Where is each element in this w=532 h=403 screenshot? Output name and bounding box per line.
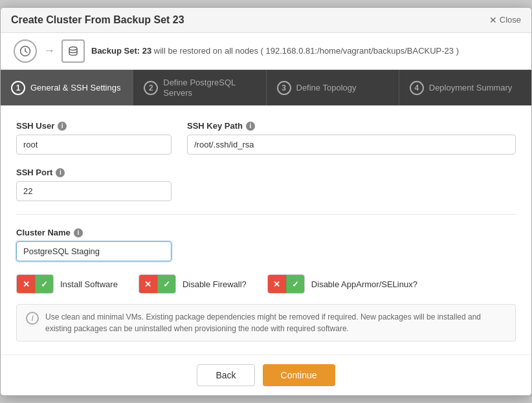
toggle-install-software: ✕ ✓ Install Software: [16, 274, 118, 294]
step-3[interactable]: 3 Define Topology: [267, 70, 399, 105]
ssh-port-info-icon[interactable]: i: [56, 168, 65, 177]
banner-path: ( 192.168.0.81:/home/vagrant/backups/BAC…: [261, 46, 459, 56]
ssh-key-path-group: SSH Key Path i: [187, 121, 516, 155]
disable-apparmor-check-btn[interactable]: ✓: [286, 275, 304, 293]
step-3-label: Define Topology: [296, 83, 357, 93]
step-1-label: General & SSH Settings: [30, 83, 120, 93]
svg-point-3: [69, 47, 77, 50]
step-4-label: Deployment Summary: [429, 83, 513, 93]
ssh-key-path-input[interactable]: [187, 135, 516, 155]
ssh-port-input[interactable]: [16, 181, 172, 201]
ssh-port-group: SSH Port i: [16, 168, 172, 201]
ssh-port-label: SSH Port i: [16, 168, 172, 177]
cluster-name-label: Cluster Name i: [16, 228, 172, 237]
disable-firewall-label: Disable Firewall?: [183, 279, 247, 289]
disable-apparmor-toggles: ✕ ✓: [267, 274, 305, 294]
step-4-num: 4: [410, 81, 424, 95]
ssh-user-group: SSH User i: [16, 121, 172, 155]
modal-container: Create Cluster From Backup Set 23 ✕ Clos…: [0, 7, 532, 396]
info-circle-icon: i: [26, 312, 39, 325]
database-icon: [61, 39, 85, 63]
install-software-label: Install Software: [60, 279, 118, 289]
install-software-x-btn[interactable]: ✕: [17, 275, 35, 293]
disable-firewall-x-btn[interactable]: ✕: [139, 275, 157, 293]
clock-icon: [14, 39, 37, 63]
toggle-disable-firewall: ✕ ✓ Disable Firewall?: [139, 274, 247, 294]
ssh-user-info-icon[interactable]: i: [58, 122, 67, 131]
cluster-name-info-icon[interactable]: i: [74, 228, 83, 237]
back-button[interactable]: Back: [197, 364, 254, 386]
ssh-user-input[interactable]: [16, 135, 172, 155]
cluster-name-row: Cluster Name i: [16, 228, 516, 261]
close-button[interactable]: ✕ Close: [489, 15, 521, 25]
svg-line-2: [25, 51, 27, 52]
install-software-toggles: ✕ ✓: [16, 274, 54, 294]
step-2-num: 2: [144, 81, 158, 95]
form-body: SSH User i SSH Key Path i SSH Port i: [1, 105, 531, 354]
ssh-key-path-label: SSH Key Path i: [187, 121, 516, 131]
banner-message: will be restored on all nodes: [151, 46, 258, 56]
close-label: Close: [500, 15, 521, 25]
install-software-check-btn[interactable]: ✓: [35, 275, 53, 293]
ssh-key-info-icon[interactable]: i: [246, 122, 255, 131]
info-box-text: Use clean and minimal VMs. Existing pack…: [45, 311, 506, 334]
ssh-port-row: SSH Port i: [16, 168, 516, 201]
continue-button[interactable]: Continue: [263, 364, 335, 386]
backup-label: Backup Set: 23: [91, 46, 151, 56]
step-2-label: Define PostgreSQL Servers: [163, 78, 255, 98]
modal-title: Create Cluster From Backup Set 23: [11, 14, 184, 26]
modal-header: Create Cluster From Backup Set 23 ✕ Clos…: [1, 8, 531, 33]
step-1[interactable]: 1 General & SSH Settings: [1, 70, 133, 105]
steps-nav: 1 General & SSH Settings 2 Define Postgr…: [1, 70, 531, 105]
divider: [16, 214, 516, 215]
disable-apparmor-label: Disable AppArmor/SELinux?: [311, 279, 417, 289]
step-3-num: 3: [277, 81, 291, 95]
cluster-name-input[interactable]: [16, 241, 172, 261]
disable-apparmor-x-btn[interactable]: ✕: [268, 275, 286, 293]
step-1-num: 1: [11, 81, 25, 95]
arrow-icon: →: [43, 44, 55, 58]
step-4[interactable]: 4 Deployment Summary: [399, 70, 531, 105]
info-box: i Use clean and minimal VMs. Existing pa…: [16, 304, 516, 342]
cluster-name-group: Cluster Name i: [16, 228, 172, 261]
close-icon: ✕: [489, 15, 497, 25]
disable-firewall-check-btn[interactable]: ✓: [157, 275, 175, 293]
disable-firewall-toggles: ✕ ✓: [139, 274, 176, 294]
toggle-disable-apparmor: ✕ ✓ Disable AppArmor/SELinux?: [267, 274, 417, 294]
banner-text: Backup Set: 23 will be restored on all n…: [91, 46, 459, 56]
ssh-user-label: SSH User i: [16, 121, 172, 131]
step-2[interactable]: 2 Define PostgreSQL Servers: [133, 70, 266, 105]
modal-footer: Back Continue: [1, 354, 531, 395]
ssh-row: SSH User i SSH Key Path i: [16, 121, 516, 155]
toggles-row: ✕ ✓ Install Software ✕ ✓ Disable Firewal…: [16, 274, 516, 294]
backup-banner: → Backup Set: 23 will be restored on all…: [1, 33, 531, 70]
